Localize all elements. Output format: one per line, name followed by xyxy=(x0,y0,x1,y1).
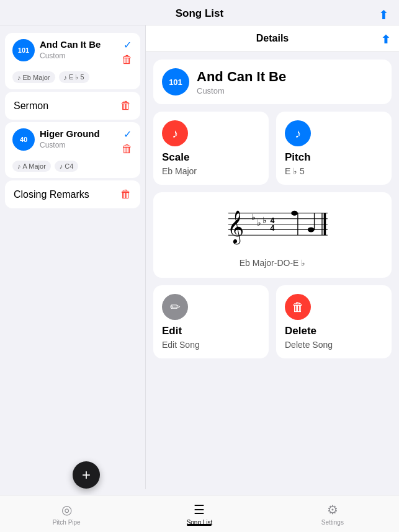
checkmark-icon-1: ✓ xyxy=(123,39,132,51)
tab-pitch-pipe[interactable]: ◎ Pitch Pipe xyxy=(0,502,133,526)
delete-closing-button[interactable]: 🗑 xyxy=(120,188,132,201)
song-card-1[interactable]: 101 And Can It Be Custom ✓ 🗑 ♪ Eb Major xyxy=(5,33,140,89)
song-info-1: And Can It Be Custom xyxy=(40,39,101,60)
tab-song-list[interactable]: ☰ Song List xyxy=(133,502,266,526)
tab-bar: ◎ Pitch Pipe ☰ Song List ⚙ Settings xyxy=(0,495,399,532)
left-panel: 101 And Can It Be Custom ✓ 🗑 ♪ Eb Major xyxy=(0,25,146,489)
tag-pitch-label-1: E ♭ 5 xyxy=(69,73,84,81)
section-closing-label: Closing Remarks xyxy=(14,189,89,200)
tab-active-indicator xyxy=(187,524,212,526)
staff-label: Eb Major-DO-E ♭ xyxy=(240,258,306,268)
svg-text:𝄞: 𝄞 xyxy=(227,210,244,245)
scale-pitch-row: ♪ Scale Eb Major ♪ Pitch E ♭ 5 xyxy=(153,112,392,185)
tag-scale-2: ♪ A Major xyxy=(12,161,51,172)
section-sermon: Sermon 🗑 xyxy=(5,92,140,120)
song-list-icon: ☰ xyxy=(194,502,205,517)
delete-card[interactable]: 🗑 Delete Delete Song xyxy=(276,285,392,358)
music-staff-svg: 𝄞 ♭ ♭ ♭ 4 4 xyxy=(210,202,334,252)
song-number-badge-1: 101 xyxy=(12,39,35,61)
scale-card: ♪ Scale Eb Major xyxy=(153,112,269,185)
tag-scale-label-2: A Major xyxy=(23,162,46,170)
svg-point-11 xyxy=(291,211,298,216)
edit-icon-circle: ✏ xyxy=(162,294,188,320)
delete-label: Delete xyxy=(285,325,383,337)
settings-icon: ⚙ xyxy=(327,502,338,517)
tag-pitch-icon-1: ♪ xyxy=(64,74,68,81)
tab-settings-label: Settings xyxy=(321,519,344,526)
svg-text:♭: ♭ xyxy=(257,218,261,228)
main-layout: 101 And Can It Be Custom ✓ 🗑 ♪ Eb Major xyxy=(0,25,399,489)
svg-text:♭: ♭ xyxy=(251,212,256,222)
song-detail-card: 101 And Can It Be Custom xyxy=(153,60,392,104)
song-title-2: Higer Ground xyxy=(40,128,100,140)
song-subtitle-2: Custom xyxy=(40,141,100,149)
detail-song-info: And Can It Be Custom xyxy=(197,69,286,95)
scale-value: Eb Major xyxy=(162,166,260,176)
detail-song-name: And Can It Be xyxy=(197,69,286,85)
scale-icon-circle: ♪ xyxy=(162,120,188,146)
pitch-pipe-icon: ◎ xyxy=(61,502,72,517)
song-card-2-actions: ✓ 🗑 xyxy=(122,128,133,156)
song-info-2: Higer Ground Custom xyxy=(40,128,100,149)
song-card-1-actions: ✓ 🗑 xyxy=(122,39,133,66)
tag-scale-icon-2: ♪ xyxy=(17,162,21,170)
tag-scale-icon-1: ♪ xyxy=(17,74,21,81)
delete-song-2-button[interactable]: 🗑 xyxy=(122,143,133,156)
detail-song-sub: Custom xyxy=(197,86,286,95)
tag-pitch-2: ♪ C4 xyxy=(55,161,79,172)
details-content: 101 And Can It Be Custom ♪ Scale Eb Majo… xyxy=(146,52,399,373)
song-subtitle-1: Custom xyxy=(40,51,101,60)
song-card-2-header: 40 Higer Ground Custom ✓ 🗑 xyxy=(12,128,133,156)
edit-card[interactable]: ✏ Edit Edit Song xyxy=(153,285,269,358)
app-title: Song List xyxy=(176,7,223,19)
tag-pitch-label-2: C4 xyxy=(65,162,73,170)
edit-label: Edit xyxy=(162,325,260,337)
delete-sublabel: Delete Song xyxy=(285,340,383,350)
edit-delete-row: ✏ Edit Edit Song 🗑 Delete Delete Song xyxy=(153,285,392,358)
delete-sermon-button[interactable]: 🗑 xyxy=(120,99,132,112)
header-share-icon[interactable]: ⬆ xyxy=(379,7,389,22)
pitch-card: ♪ Pitch E ♭ 5 xyxy=(276,112,392,185)
section-sermon-label: Sermon xyxy=(14,100,48,112)
pitch-value: E ♭ 5 xyxy=(285,166,383,176)
tag-scale-1: ♪ Eb Major xyxy=(12,71,55,83)
tag-pitch-icon-2: ♪ xyxy=(60,162,63,170)
scale-label: Scale xyxy=(162,151,260,164)
staff-card: 𝄞 ♭ ♭ ♭ 4 4 Eb Major-D xyxy=(153,192,392,278)
tab-pitch-pipe-label: Pitch Pipe xyxy=(53,519,81,526)
add-fab-button[interactable]: + xyxy=(73,461,100,489)
edit-sublabel: Edit Song xyxy=(162,340,260,350)
tab-settings[interactable]: ⚙ Settings xyxy=(266,502,399,526)
song-number-badge-2: 40 xyxy=(12,128,35,151)
details-share-icon[interactable]: ⬆ xyxy=(381,33,390,47)
song-card-2-left: 40 Higer Ground Custom xyxy=(12,128,100,151)
svg-text:4: 4 xyxy=(270,224,274,233)
tag-pitch-1: ♪ E ♭ 5 xyxy=(59,71,89,83)
right-panel: Details ⬆ 101 And Can It Be Custom ♪ Sca… xyxy=(146,25,399,489)
pitch-icon-circle: ♪ xyxy=(285,120,311,146)
app-header: Song List ⬆ xyxy=(0,0,399,25)
song-card-1-header: 101 And Can It Be Custom ✓ 🗑 xyxy=(12,39,133,66)
details-title: Details xyxy=(256,33,289,43)
svg-point-13 xyxy=(308,227,315,232)
song-card-2[interactable]: 40 Higer Ground Custom ✓ 🗑 ♪ A Major xyxy=(5,122,140,178)
pitch-label: Pitch xyxy=(285,151,383,164)
delete-icon-circle: 🗑 xyxy=(285,294,311,320)
checkmark-icon-2: ✓ xyxy=(123,128,132,140)
svg-text:♭: ♭ xyxy=(262,215,267,225)
song-card-1-left: 101 And Can It Be Custom xyxy=(12,39,101,61)
delete-song-1-button[interactable]: 🗑 xyxy=(122,53,133,66)
song-tags-1: ♪ Eb Major ♪ E ♭ 5 xyxy=(12,71,133,83)
tag-scale-label-1: Eb Major xyxy=(23,74,50,81)
song-tags-2: ♪ A Major ♪ C4 xyxy=(12,161,133,172)
song-title-1: And Can It Be xyxy=(40,39,101,50)
details-header: Details ⬆ xyxy=(146,25,399,52)
section-closing: Closing Remarks 🗑 xyxy=(5,180,140,208)
detail-badge: 101 xyxy=(162,68,189,95)
